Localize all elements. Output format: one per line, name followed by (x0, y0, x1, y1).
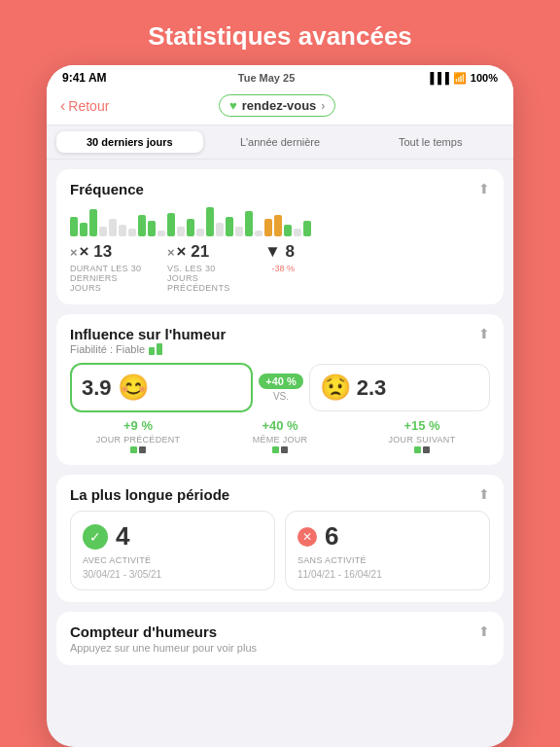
tab-last-year[interactable]: L'année dernière (207, 131, 354, 153)
frequence-share-icon[interactable]: ⬆ (478, 181, 490, 196)
bar-13 (187, 219, 194, 236)
freq-stat-2: ×× 21 VS. LES 30 JOURS PRÉCÉDENTS (167, 242, 245, 293)
freq-stat-2-number: ×× 21 (167, 242, 245, 262)
change1-label: JOUR PRÉCÉDENT (96, 435, 181, 445)
vs-text: VS. (273, 391, 289, 402)
signal-icon: ▐▐▐ (426, 72, 448, 84)
change3-dots (414, 446, 430, 453)
influence-labels-row: +9 % JOUR PRÉCÉDENT +40 % MÊME JOUR (70, 418, 490, 453)
period-card: La plus longue période ⬆ ✓ 4 AVEC ACTIVI… (56, 475, 504, 602)
period-right-box: ✕ 6 SANS ACTIVITÉ 11/04/21 - 16/04/21 (285, 511, 490, 590)
bar-3 (89, 209, 97, 236)
vs-container: +40 % VS. (259, 374, 303, 402)
influence-right-box: 😟 2.3 (309, 364, 490, 411)
influence-share-icon[interactable]: ⬆ (478, 326, 490, 341)
nav-bar: ‹ Retour ♥ rendez-vous › (47, 89, 513, 125)
freq-stat-1-label: DURANT LES 30 DERNIERS JOURS (70, 264, 148, 293)
sad-emoji-icon: 😟 (320, 373, 351, 403)
freq-stat-1-number: ×× 13 (70, 242, 148, 262)
freq-stat-1: ×× 13 DURANT LES 30 DERNIERS JOURS (70, 242, 148, 293)
content-area: Fréquence ⬆ (47, 160, 513, 675)
compteur-share-icon[interactable]: ⬆ (478, 623, 490, 639)
bar-9 (148, 221, 156, 236)
badge-percent: +40 % (259, 374, 303, 389)
status-bar: 9:41 AM Tue May 25 ▐▐▐ 📶 100% (47, 65, 513, 89)
happy-emoji-icon: 😊 (118, 373, 149, 403)
bar-15 (206, 207, 214, 236)
period-icon-red: ✕ (298, 527, 317, 547)
tab-30-days[interactable]: 30 derniers jours (56, 131, 203, 153)
dot-3b (423, 446, 430, 453)
check-circle-icon: ✓ (83, 524, 108, 550)
bar-12 (177, 227, 185, 236)
freq-trend-number: ▼ 8 (264, 242, 295, 262)
period-right-top: ✕ 6 (298, 521, 477, 551)
bar-1 (70, 217, 78, 236)
change2-label: MÊME JOUR (253, 435, 308, 445)
bar-23 (284, 225, 292, 236)
dot-2a (272, 446, 279, 453)
status-icons: ▐▐▐ 📶 100% (426, 72, 498, 85)
back-button[interactable]: ‹ Retour (60, 97, 109, 115)
bar-25 (303, 221, 311, 236)
period-left-box: ✓ 4 AVEC ACTIVITÉ 30/04/21 - 3/05/21 (70, 511, 275, 590)
infl-label-2: +40 % MÊME JOUR (212, 418, 348, 453)
reliability-text: Fiabilité : Fiable (70, 343, 145, 355)
period-title: La plus longue période (70, 486, 229, 503)
back-chevron-icon: ‹ (60, 97, 65, 115)
tab-all-time[interactable]: Tout le temps (357, 131, 504, 153)
left-score: 3.9 (82, 375, 112, 401)
status-date: Tue May 25 (238, 72, 296, 84)
period-left-top: ✓ 4 (83, 521, 262, 551)
change1-dots (130, 446, 146, 453)
dot-1b (139, 446, 146, 453)
chevron-right-icon: › (321, 99, 325, 113)
change2-value: +40 % (262, 418, 298, 433)
change2-dots (272, 446, 288, 453)
period-card-header: La plus longue période ⬆ (70, 486, 490, 503)
right-score: 2.3 (357, 375, 387, 401)
status-time: 9:41 AM (62, 71, 107, 85)
influence-card-header: Influence sur l'humeur Fiabilité : Fiabl… (70, 326, 490, 363)
frequence-card: Fréquence ⬆ (56, 169, 504, 304)
x-circle-icon: ✕ (298, 527, 317, 547)
period-right-label: SANS ACTIVITÉ (298, 555, 477, 565)
heart-icon: ♥ (229, 98, 237, 113)
frequence-card-header: Fréquence ⬆ (70, 181, 490, 197)
bar-7 (128, 229, 136, 236)
rel-bar-1 (149, 347, 155, 355)
back-label: Retour (68, 98, 109, 114)
change3-label: JOUR SUIVANT (389, 435, 456, 445)
influence-main-row: 3.9 😊 +40 % VS. 😟 2.3 (70, 363, 490, 412)
bar-17 (226, 217, 233, 236)
compteur-title: Compteur d'humeurs (70, 623, 217, 640)
tabs-bar: 30 derniers jours L'année dernière Tout … (47, 125, 513, 160)
tag-label: rendez-vous (242, 98, 317, 113)
change1-value: +9 % (123, 418, 153, 433)
phone-frame: 9:41 AM Tue May 25 ▐▐▐ 📶 100% ‹ Retour ♥… (47, 65, 513, 747)
bar-19 (245, 211, 253, 236)
freq-stat-3: ▼ 8 -38 % (264, 242, 295, 293)
frequence-title: Fréquence (70, 181, 144, 197)
freq-stats-row: ×× 13 DURANT LES 30 DERNIERS JOURS ×× 21… (70, 242, 490, 293)
bar-14 (196, 229, 204, 236)
change3-value: +15 % (403, 418, 439, 433)
dot-1a (130, 446, 137, 453)
wifi-icon: 📶 (453, 72, 467, 85)
compteur-card-header: Compteur d'humeurs Appuyez sur une humeu… (70, 623, 490, 654)
bar-16 (216, 223, 224, 236)
bar-18 (235, 227, 243, 236)
freq-bar-chart (70, 205, 490, 236)
reliability-bars (149, 343, 162, 355)
bar-10 (158, 231, 165, 236)
dot-3a (414, 446, 421, 453)
influence-title: Influence sur l'humeur (70, 326, 226, 342)
influence-card: Influence sur l'humeur Fiabilité : Fiabl… (56, 314, 504, 465)
tag-pill[interactable]: ♥ rendez-vous › (219, 94, 335, 117)
period-left-label: AVEC ACTIVITÉ (83, 555, 262, 565)
freq-trend-label: -38 % (272, 264, 296, 273)
bar-8 (138, 215, 146, 236)
dot-2b (281, 446, 288, 453)
bar-11 (167, 213, 175, 236)
period-share-icon[interactable]: ⬆ (478, 486, 490, 502)
